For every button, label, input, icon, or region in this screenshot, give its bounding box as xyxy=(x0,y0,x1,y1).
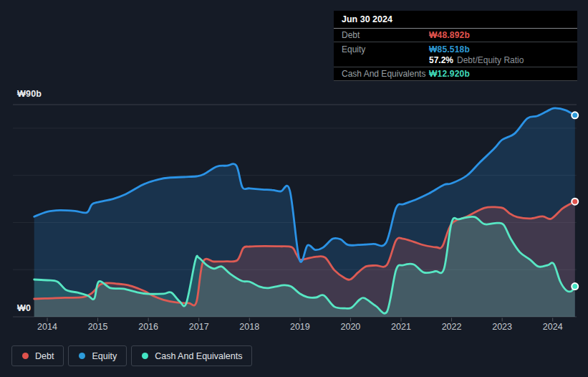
x-axis-tick-label: 2022 xyxy=(436,322,468,332)
x-axis-tick-label: 2016 xyxy=(132,322,164,332)
y-axis-label-min: ₩0 xyxy=(17,303,31,313)
tooltip-ratio-label: Debt/Equity Ratio xyxy=(457,55,524,65)
debt-equity-history-panel: ₩90b ₩0 20142015201620172018201920202021… xyxy=(0,0,588,377)
x-axis-tick-label: 2015 xyxy=(82,322,114,332)
tooltip-equity-value: ₩85.518b xyxy=(429,44,470,54)
x-axis-tick-label: 2024 xyxy=(537,322,569,332)
legend-item-cash[interactable]: Cash And Equivalents xyxy=(131,345,252,366)
tooltip-debt-row: Debt ₩48.892b xyxy=(334,29,577,42)
cash-and-equivalents-endpoint-dot[interactable] xyxy=(572,283,578,290)
tooltip-debt-label: Debt xyxy=(342,30,429,40)
tooltip-cash-value: ₩12.920b xyxy=(429,69,470,79)
x-axis-tick-label: 2020 xyxy=(334,322,366,332)
x-axis-tick-label: 2021 xyxy=(385,322,417,332)
legend-label-cash: Cash And Equivalents xyxy=(155,351,242,361)
cash-series-dot-icon xyxy=(142,353,148,359)
x-axis-tick-label: 2019 xyxy=(284,322,316,332)
tooltip-ratio-row: 57.2% Debt/Equity Ratio xyxy=(334,55,577,67)
legend-label-debt: Debt xyxy=(35,351,54,361)
legend-label-equity: Equity xyxy=(92,351,117,361)
tooltip-debt-value: ₩48.892b xyxy=(429,30,470,40)
y-axis-label-max: ₩90b xyxy=(17,89,42,99)
legend-item-debt[interactable]: Debt xyxy=(11,345,64,366)
equity-series-dot-icon xyxy=(79,353,85,359)
legend-item-equity[interactable]: Equity xyxy=(68,345,127,366)
tooltip-ratio-value: 57.2% xyxy=(429,55,453,65)
x-axis-tick-label: 2023 xyxy=(486,322,518,332)
tooltip-date: Jun 30 2024 xyxy=(334,11,577,29)
equity-endpoint-dot[interactable] xyxy=(572,112,578,118)
x-axis-tick-label: 2018 xyxy=(233,322,265,332)
debt-endpoint-dot[interactable] xyxy=(572,199,578,205)
chart-tooltip: Jun 30 2024 Debt ₩48.892b Equity ₩85.518… xyxy=(334,11,577,81)
x-axis-tick-label: 2017 xyxy=(183,322,215,332)
tooltip-equity-row: Equity ₩85.518b xyxy=(334,42,577,55)
debt-series-dot-icon xyxy=(22,353,29,359)
chart-legend: Debt Equity Cash And Equivalents xyxy=(11,345,252,366)
x-axis-tick-label: 2014 xyxy=(32,322,63,332)
tooltip-equity-label: Equity xyxy=(342,44,429,54)
tooltip-cash-label: Cash And Equivalents xyxy=(342,69,429,79)
tooltip-cash-row: Cash And Equivalents ₩12.920b xyxy=(334,67,577,81)
